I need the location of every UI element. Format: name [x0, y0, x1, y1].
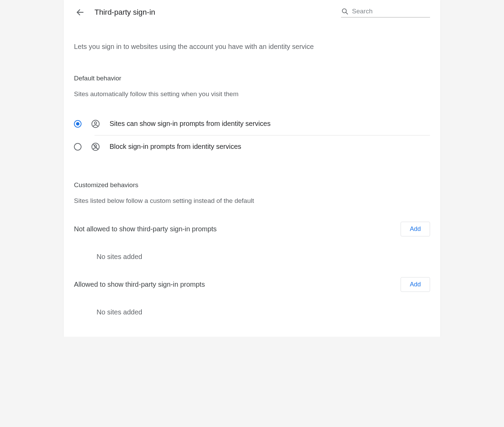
not-allowed-label: Not allowed to show third-party sign-in … [74, 225, 217, 233]
svg-point-4 [94, 122, 97, 124]
allowed-row: Allowed to show third-party sign-in prom… [74, 277, 430, 292]
default-behavior-title: Default behavior [74, 75, 430, 82]
search-field[interactable] [341, 8, 430, 17]
not-allowed-empty: No sites added [97, 253, 430, 261]
allowed-label: Allowed to show third-party sign-in prom… [74, 281, 205, 288]
allowed-empty: No sites added [97, 308, 430, 316]
customized-behaviors-title: Customized behaviors [74, 181, 430, 189]
option-block-prompts[interactable]: Block sign-in prompts from identity serv… [74, 135, 430, 158]
svg-line-2 [346, 12, 348, 14]
user-circle-icon [91, 119, 100, 128]
arrow-left-icon [76, 8, 85, 17]
content: Lets you sign in to websites using the a… [64, 42, 440, 316]
option-label: Block sign-in prompts from identity serv… [110, 143, 241, 151]
block-icon [91, 142, 100, 151]
back-button[interactable] [74, 6, 86, 18]
option-allow-prompts[interactable]: Sites can show sign-in prompts from iden… [74, 113, 430, 135]
intro-text: Lets you sign in to websites using the a… [74, 42, 430, 51]
search-icon [341, 8, 349, 15]
search-input[interactable] [352, 8, 430, 15]
add-allowed-button[interactable]: Add [401, 277, 430, 292]
radio-selected[interactable] [74, 120, 81, 128]
page-title: Third-party sign-in [94, 8, 155, 17]
default-behavior-subtitle: Sites automatically follow this setting … [74, 90, 430, 99]
radio-unselected[interactable] [74, 143, 81, 151]
not-allowed-row: Not allowed to show third-party sign-in … [74, 222, 430, 236]
default-behavior-options: Sites can show sign-in prompts from iden… [74, 113, 430, 158]
option-label: Sites can show sign-in prompts from iden… [110, 120, 270, 128]
add-not-allowed-button[interactable]: Add [401, 222, 430, 236]
settings-card: Third-party sign-in Lets you sign in to … [64, 0, 440, 337]
customized-behaviors-subtitle: Sites listed below follow a custom setti… [74, 196, 430, 206]
header: Third-party sign-in [64, 0, 440, 18]
